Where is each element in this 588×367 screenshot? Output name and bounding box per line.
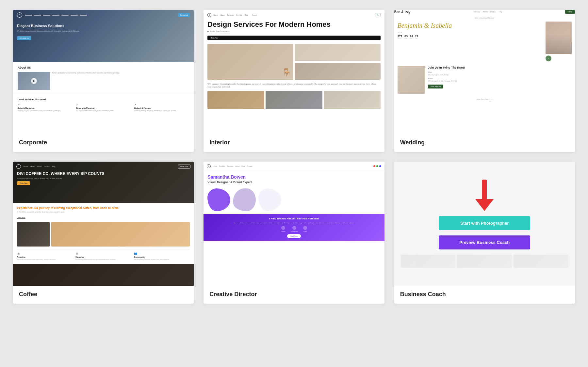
interior-bottom-img-1 bbox=[207, 91, 264, 109]
service-icon-1: ↗ bbox=[18, 104, 73, 106]
creative-hero: Samantha Bowen Visual Designer & Brand E… bbox=[204, 171, 384, 188]
card-label-corporate: Corporate bbox=[13, 134, 194, 152]
corporate-nav-links bbox=[25, 15, 175, 16]
coffee-bottom-image bbox=[13, 264, 194, 286]
corporate-lead-title: Lead. Achive. Succeed. bbox=[18, 98, 189, 101]
interior-image-1 bbox=[295, 44, 381, 61]
card-wedding: Ben & Izzy OurStory Details Registry FAQ… bbox=[394, 10, 575, 152]
purple-icon-2: Photography bbox=[291, 226, 298, 232]
interior-cta[interactable]: Book Now bbox=[207, 36, 380, 40]
icon-dot-3 bbox=[303, 226, 307, 230]
interior-bottom-images bbox=[207, 91, 380, 109]
corporate-services: ↗ Sales & Marketing We help you grow you… bbox=[18, 104, 189, 112]
service-title-2: Strategy & Planning bbox=[76, 107, 131, 109]
coffee-learn-more[interactable]: Learn More bbox=[17, 216, 25, 218]
count-sec-num: 29 bbox=[415, 35, 418, 38]
wedding-circle-btn[interactable]: ✓ bbox=[546, 56, 551, 61]
creative-blob-1 bbox=[207, 188, 230, 211]
wedding-image-col: ✓ bbox=[546, 22, 572, 61]
service-item-2: ↗ Strategy & Planning Our experts craft … bbox=[76, 104, 131, 112]
card-creative: D Home Portfolio Services About Blog Con… bbox=[204, 162, 384, 304]
arrow-down-indicator bbox=[475, 180, 494, 211]
coffee-hero-cta[interactable]: Order Now bbox=[17, 181, 30, 185]
service-title-1: Sales & Marketing bbox=[18, 107, 73, 109]
service-text-2: Our experts craft custom strategies for … bbox=[76, 110, 131, 112]
coffee-nav-cta[interactable]: Order Now bbox=[178, 165, 190, 168]
icon-label-1: Custom bbox=[281, 231, 286, 232]
interior-search[interactable]: 🔍 bbox=[375, 13, 381, 17]
chair-icon: 🪑 bbox=[282, 68, 292, 77]
service-item-3: ↗ Budget & Finance Financial planning, b… bbox=[134, 104, 189, 112]
coffee-feature-3: 👥 Community Join our growing community o… bbox=[134, 252, 190, 261]
coffee-feature-text-1: We source only the finest single-origin … bbox=[17, 259, 73, 261]
start-photographer-button[interactable]: Start with Photographer bbox=[439, 216, 530, 230]
wedding-ceremony: Join Us In Tying The Knot! When Saturday… bbox=[394, 63, 575, 96]
business-preview: Start with Photographer Preview Business… bbox=[394, 162, 575, 286]
wedding-where-val: 123 Celebration St, San Francisco, CA 94… bbox=[428, 80, 572, 83]
wedding-save-btn[interactable]: Save the Date bbox=[428, 85, 444, 88]
coffee-hero-title: DIVI COFFEE CO. WHERE EVERY SIP COUNTS bbox=[17, 171, 190, 176]
interior-bottom-img-2 bbox=[266, 91, 322, 109]
count-hours: 03 Hours bbox=[404, 35, 408, 40]
corporate-lead: Lead. Achive. Succeed. ↗ Sales & Marketi… bbox=[13, 94, 194, 116]
card-label-wedding: Wedding bbox=[394, 134, 575, 152]
count-min-num: 14 bbox=[410, 35, 413, 38]
count-sec: 29 Sec bbox=[415, 35, 418, 40]
count-hours-label: Hours bbox=[404, 38, 408, 40]
corporate-hero-cta[interactable]: Join With Us bbox=[17, 36, 31, 40]
coffee-feature-title-3: Community bbox=[134, 256, 190, 258]
thumbnail-2 bbox=[457, 255, 512, 268]
coffee-exp-title: Experience our journey of crafting excep… bbox=[17, 206, 190, 210]
coffee-exp-text: At Divi Coffee, we carefully select the … bbox=[17, 211, 190, 214]
coffee-hero-text: DIVI COFFEE CO. WHERE EVERY SIP COUNTS R… bbox=[13, 171, 194, 185]
creative-blob-2 bbox=[233, 188, 256, 211]
coffee-feature-text-3: Join our growing community of coffee lov… bbox=[134, 259, 190, 261]
icon-dot-1 bbox=[281, 226, 285, 230]
nav-dot bbox=[80, 15, 87, 16]
arrow-head bbox=[475, 199, 494, 211]
purple-icon-1: Custom bbox=[281, 226, 286, 232]
creative-dots bbox=[373, 165, 381, 167]
wedding-preview: Ben & Izzy OurStory Details Registry FAQ… bbox=[394, 10, 575, 134]
coffee-experience: Experience our journey of crafting excep… bbox=[17, 206, 190, 219]
count-min: 14 Min bbox=[410, 35, 413, 40]
wedding-rsvp-btn[interactable]: RSVP bbox=[565, 10, 575, 14]
wedding-text-col: Benjamin & Isabella 2024 371 Days 03 Hou… bbox=[398, 22, 543, 61]
wedding-countdown: 371 Days 03 Hours 14 Min 29 bbox=[398, 35, 543, 40]
icon-label-3: Brand bbox=[303, 231, 307, 232]
wedding-story-label: How Ben Met Izzy bbox=[394, 96, 575, 102]
corporate-nav-cta[interactable]: Contact Us bbox=[178, 13, 190, 17]
coffee-feature-2: ☕ Sourcing Our carefully selected beans … bbox=[75, 252, 131, 261]
corporate-about-image: ▶ bbox=[18, 72, 50, 90]
creative-hero-title: Visual Designer & Brand Expert bbox=[207, 181, 380, 184]
creative-purple-title: I Help Brands Reach Their Full Potential bbox=[207, 217, 380, 220]
corporate-about-text: We are dedicated to empowering businesse… bbox=[52, 72, 189, 74]
blob-shape-2 bbox=[233, 188, 256, 211]
count-min-label: Min bbox=[410, 38, 413, 40]
wedding-hero: Benjamin & Isabella 2024 371 Days 03 Hou… bbox=[394, 20, 575, 63]
creative-purple-text: I partner with brands to uncover their u… bbox=[207, 222, 380, 224]
creative-hero-name: Samantha Bowen bbox=[207, 174, 380, 180]
wedding-ceremony-image bbox=[398, 66, 425, 94]
creative-purple-cta[interactable]: Start Now bbox=[287, 234, 301, 238]
interior-logo: D bbox=[207, 13, 211, 17]
creative-logo: D bbox=[207, 164, 211, 168]
purple-icon-3: Brand bbox=[303, 226, 307, 232]
wedding-couple-title: Benjamin & Isabella bbox=[398, 22, 543, 29]
creative-nav-links: Home Portfolio Services About Blog Conta… bbox=[213, 165, 371, 167]
template-grid: D Contact Us Elegant Business Solutions bbox=[13, 10, 575, 304]
preview-business-coach-button[interactable]: Preview Business Coach bbox=[439, 235, 530, 249]
coffee-feature-title-1: Roasting bbox=[17, 256, 73, 258]
wedding-brand: Ben & Izzy bbox=[394, 10, 411, 14]
play-icon[interactable]: ▶ bbox=[31, 78, 37, 84]
count-days-num: 371 bbox=[398, 35, 402, 38]
card-corporate: D Contact Us Elegant Business Solutions bbox=[13, 10, 194, 152]
interior-images: 🪑 bbox=[207, 44, 380, 80]
coffee-logo: D bbox=[16, 164, 21, 169]
wedding-couple-overlay bbox=[546, 22, 572, 54]
coffee-preview: D Home Menu About Service Blog Order Now… bbox=[13, 162, 194, 286]
creative-purple-section: I Help Brands Reach Their Full Potential… bbox=[204, 214, 384, 241]
card-label-coffee: Coffee bbox=[13, 286, 194, 304]
interior-image-main: 🪑 bbox=[207, 44, 293, 80]
wedding-couple-image bbox=[546, 22, 572, 54]
